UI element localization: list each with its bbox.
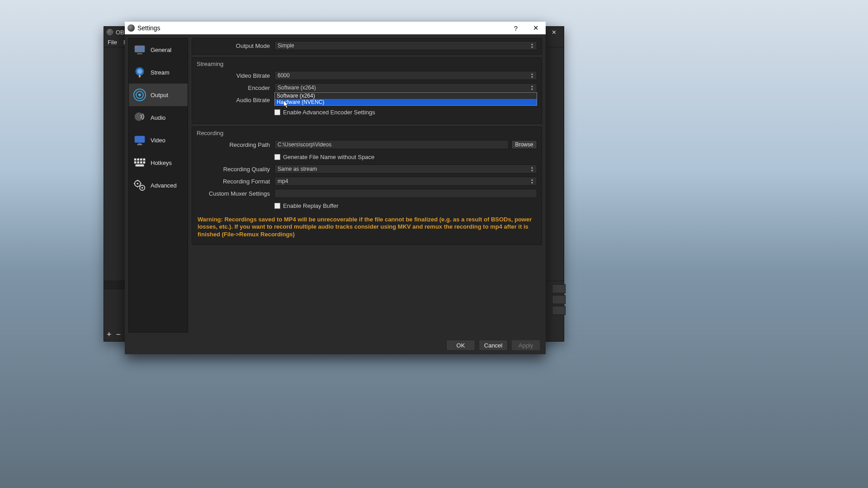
chevrons-icon: ▲▼ (528, 178, 536, 185)
sidebar-item-label: Audio (151, 114, 165, 121)
sidebar-item-label: General (151, 47, 171, 53)
obs-close-button[interactable]: ✕ (544, 27, 564, 38)
svg-rect-1 (137, 53, 142, 55)
obs-logo-icon (107, 29, 113, 35)
close-button[interactable]: ✕ (526, 22, 546, 34)
gen-filename-checkbox[interactable] (274, 154, 280, 160)
recording-group: Recording Recording Path C:\Users\scorp\… (192, 127, 542, 245)
minus-icon[interactable]: − (116, 330, 121, 339)
streaming-title: Streaming (197, 61, 537, 67)
encoder-dropdown[interactable]: Software (x264) Hardware (NVENC) (274, 92, 537, 106)
recording-quality-label: Recording Quality (197, 166, 274, 173)
muxer-label: Custom Muxer Settings (197, 190, 274, 197)
svg-rect-13 (134, 159, 137, 161)
svg-point-2 (136, 47, 137, 48)
advanced-icon (132, 178, 147, 192)
svg-point-8 (138, 94, 141, 96)
browse-button[interactable]: Browse (511, 140, 537, 149)
recording-format-value: mp4 (278, 178, 288, 184)
svg-rect-17 (134, 161, 137, 164)
sidebar-item-general[interactable]: General (129, 38, 188, 61)
cancel-button[interactable]: Cancel (479, 340, 508, 351)
settings-dialog: Settings ? ✕ General Stream (125, 22, 546, 354)
sidebar-item-advanced[interactable]: Advanced (129, 174, 188, 197)
plus-icon[interactable]: + (107, 330, 112, 339)
sidebar-item-label: Output (151, 92, 168, 99)
help-button[interactable]: ? (506, 22, 526, 34)
mp4-warning: Warning: Recordings saved to MP4 will be… (197, 212, 537, 240)
sidebar-item-label: Video (151, 137, 165, 144)
recording-quality-select[interactable]: Same as stream ▲▼ (274, 164, 537, 174)
svg-point-4 (137, 69, 142, 74)
recording-quality-value: Same as stream (278, 166, 317, 172)
output-mode-select[interactable]: Simple ▲▼ (274, 41, 537, 50)
encoder-option-hardware[interactable]: Hardware (NVENC) (275, 99, 537, 105)
obs-menu-file[interactable]: File (108, 39, 117, 46)
svg-rect-12 (137, 144, 142, 145)
recording-format-select[interactable]: mp4 ▲▼ (274, 177, 537, 186)
spin-arrows-icon[interactable]: ▲▼ (528, 72, 536, 79)
obs-right-clipped-button[interactable] (552, 306, 566, 315)
settings-titlebar[interactable]: Settings ? ✕ (125, 22, 546, 34)
replay-buffer-checkbox[interactable] (274, 203, 280, 209)
svg-rect-19 (140, 161, 142, 164)
svg-point-23 (137, 183, 138, 184)
encoder-label: Encoder (197, 84, 274, 91)
svg-rect-15 (140, 159, 142, 161)
video-bitrate-label: Video Bitrate (197, 72, 274, 79)
recording-format-label: Recording Format (197, 178, 274, 185)
recording-path-label: Recording Path (197, 141, 274, 148)
audio-bitrate-label: Audio Bitrate (197, 97, 274, 103)
sidebar-item-hotkeys[interactable]: Hotkeys (129, 151, 188, 174)
recording-path-input[interactable]: C:\Users\scorp\Videos (274, 140, 509, 149)
recording-path-value: C:\Users\scorp\Videos (278, 141, 331, 148)
sidebar-item-label: Stream (151, 69, 170, 76)
svg-rect-21 (136, 164, 144, 167)
obs-right-clipped-button[interactable] (552, 295, 566, 304)
video-bitrate-input[interactable]: 6000 ▲▼ (274, 71, 537, 80)
settings-sidebar: General Stream Output Audio (128, 38, 188, 333)
encoder-select[interactable]: Software (x264) ▲▼ (274, 83, 537, 92)
settings-footer: OK Cancel Apply (125, 336, 546, 354)
encoder-option-software[interactable]: Software (x264) (275, 93, 537, 99)
settings-title: Settings (137, 24, 160, 32)
sidebar-item-label: Advanced (151, 182, 177, 189)
recording-title: Recording (197, 130, 537, 136)
ok-button[interactable]: OK (446, 340, 475, 351)
chevrons-icon: ▲▼ (528, 165, 536, 173)
hotkeys-icon (132, 155, 147, 170)
output-mode-label: Output Mode (197, 42, 274, 49)
sidebar-item-video[interactable]: Video (129, 129, 188, 151)
muxer-input[interactable] (274, 189, 537, 198)
audio-icon (132, 110, 147, 125)
output-mode-value: Simple (278, 42, 294, 49)
svg-rect-14 (137, 159, 139, 161)
replay-buffer-label: Enable Replay Buffer (283, 202, 339, 209)
encoder-value: Software (x264) (278, 84, 316, 91)
obs-right-clipped-button[interactable] (552, 284, 566, 293)
svg-rect-11 (138, 144, 142, 145)
output-icon (132, 88, 147, 102)
sidebar-item-label: Hotkeys (151, 160, 172, 166)
svg-rect-10 (135, 136, 145, 143)
sidebar-item-audio[interactable]: Audio (129, 106, 188, 129)
svg-rect-5 (139, 75, 141, 78)
streaming-group: Streaming Video Bitrate 6000 ▲▼ Encoder (192, 57, 542, 124)
svg-rect-18 (137, 161, 139, 164)
sidebar-item-output[interactable]: Output (129, 84, 188, 106)
stream-icon (132, 65, 147, 80)
apply-button[interactable]: Apply (511, 340, 540, 351)
enable-advanced-label: Enable Advanced Encoder Settings (283, 109, 375, 116)
gen-filename-label: Generate File Name without Space (283, 154, 374, 160)
chevrons-icon: ▲▼ (528, 84, 536, 91)
video-bitrate-value: 6000 (278, 72, 290, 79)
obs-logo-icon (127, 24, 135, 32)
svg-point-25 (142, 187, 143, 189)
svg-rect-16 (143, 159, 146, 161)
general-icon (132, 42, 147, 57)
svg-rect-20 (143, 161, 146, 164)
enable-advanced-checkbox[interactable] (274, 109, 280, 115)
sidebar-item-stream[interactable]: Stream (129, 61, 188, 84)
video-icon (132, 133, 147, 147)
obs-scenes-add-remove[interactable]: + − (107, 330, 121, 339)
